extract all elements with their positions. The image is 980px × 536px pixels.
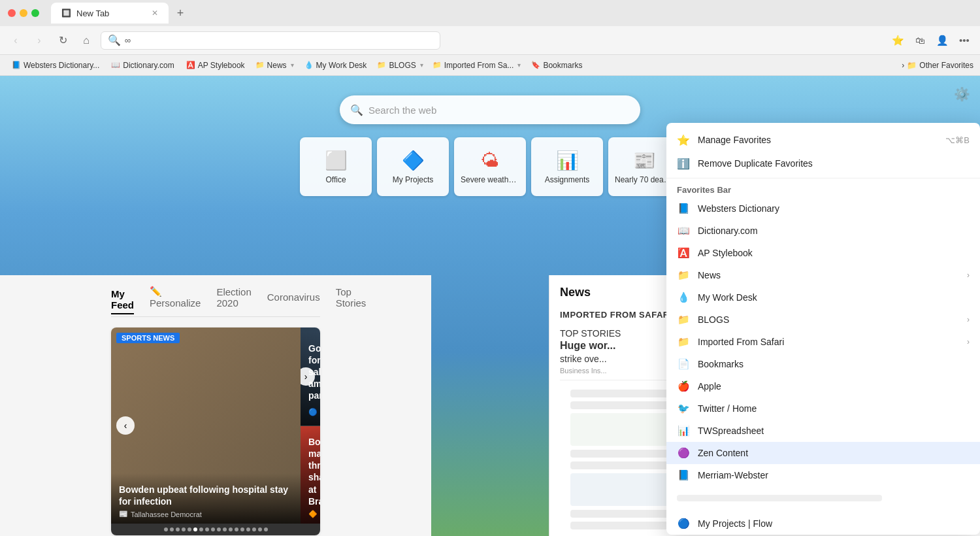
- remove-duplicates-label: Remove Duplicate Favorites: [698, 158, 813, 169]
- fav-news-chevron: ▾: [291, 61, 294, 69]
- dropdown-websters-label: Websters Dictionary: [698, 203, 970, 214]
- favorites-bar: 📘 Websters Dictionary... 📖 Dictionary.co…: [0, 55, 980, 76]
- dropdown-tws-icon: 📊: [677, 424, 690, 437]
- fav-ap[interactable]: 🅰️ AP Stylebook: [181, 59, 250, 71]
- fav-news-icon: 📁: [255, 61, 265, 69]
- fav-blogs-chevron: ▾: [420, 61, 423, 69]
- dropdown-overlay: ⭐ Manage Favorites ⌥⌘B ℹ️ Remove Duplica…: [0, 76, 980, 536]
- fav-websters[interactable]: 📘 Websters Dictionary...: [7, 59, 105, 71]
- dropdown-bottom-blur: [666, 486, 980, 512]
- other-favorites-chevron: ›: [902, 61, 904, 70]
- other-favorites-label: Other Favorites: [919, 61, 973, 70]
- reload-button[interactable]: ↻: [54, 31, 72, 50]
- fav-workdesk-icon: 💧: [304, 61, 314, 69]
- fav-dictionary-icon: 📖: [111, 61, 120, 69]
- dropdown-item-news[interactable]: 📁 News ›: [666, 264, 980, 286]
- remove-duplicates-action[interactable]: ℹ️ Remove Duplicate Favorites: [666, 152, 980, 175]
- fav-blogs-icon: 📁: [377, 61, 386, 69]
- dropdown-top-actions: ⭐ Manage Favorites ⌥⌘B ℹ️ Remove Duplica…: [666, 123, 980, 178]
- dropdown-item-blogs[interactable]: 📁 BLOGS ›: [666, 309, 980, 331]
- traffic-lights: [8, 9, 39, 17]
- dropdown-item-workdesk[interactable]: 💧 My Work Desk: [666, 286, 980, 309]
- fav-blogs-folder[interactable]: 📁 BLOGS ▾: [373, 59, 427, 71]
- dropdown-ap-icon: 🅰️: [677, 246, 690, 260]
- forward-button[interactable]: ›: [30, 31, 48, 50]
- fav-bookmarks-icon: 🔖: [531, 61, 540, 69]
- fav-imported-label: Imported From Sa...: [444, 61, 514, 70]
- minimize-button[interactable]: [20, 9, 27, 17]
- nav-icons-right: ⭐ 🛍 👤 •••: [889, 31, 973, 50]
- fav-websters-icon: 📘: [12, 61, 21, 69]
- dropdown-apple-label: Apple: [698, 381, 970, 392]
- address-search-icon: 🔍: [108, 34, 121, 46]
- maximize-button[interactable]: [31, 9, 39, 17]
- fav-bookmarks[interactable]: 🔖 Bookmarks: [526, 59, 587, 71]
- dropdown-dictionary-icon: 📖: [677, 224, 690, 237]
- dropdown-twitter-icon: 🐦: [677, 402, 690, 415]
- collections-icon[interactable]: 🛍: [911, 31, 929, 50]
- dropdown-item-merriam[interactable]: 📘 Merriam-Webster: [666, 464, 980, 486]
- page-content: ⚙️ 🔍 Search the web ⬜ Office 🔷 My Proj: [0, 76, 980, 536]
- tab-close-icon[interactable]: ✕: [152, 8, 158, 18]
- dropdown-twitter-label: Twitter / Home: [698, 403, 970, 414]
- fav-imported-folder[interactable]: 📁 Imported From Sa... ▾: [429, 59, 525, 71]
- fav-imported-chevron: ▾: [517, 61, 521, 69]
- fav-news-folder[interactable]: 📁 News ▾: [252, 59, 298, 71]
- back-button[interactable]: ‹: [7, 31, 25, 50]
- fav-ap-label: AP Stylebook: [198, 61, 245, 70]
- dropdown-apple-icon: 🍎: [677, 380, 690, 393]
- fav-ap-icon: 🅰️: [186, 61, 195, 69]
- favorites-icon[interactable]: ⭐: [889, 31, 907, 50]
- other-favorites-folder-icon: 📁: [907, 61, 917, 70]
- tab-bar: 🔲 New Tab ✕ +: [51, 3, 972, 24]
- dropdown-item-apple[interactable]: 🍎 Apple: [666, 375, 980, 397]
- dropdown-bookmarks-label: Bookmarks: [698, 359, 970, 369]
- dropdown-myprojects-label: My Projects | Flow: [698, 518, 970, 529]
- dropdown-myprojects-icon: 🔵: [677, 517, 690, 530]
- fav-dictionary-label: Dictionary.com: [123, 61, 174, 70]
- dropdown-item-dictionary[interactable]: 📖 Dictionary.com: [666, 220, 980, 242]
- dropdown-item-zen[interactable]: 🟣 Zen Content: [666, 442, 980, 464]
- profile-icon[interactable]: 👤: [933, 31, 951, 50]
- dropdown-blur-1: [677, 495, 882, 501]
- more-icon[interactable]: •••: [955, 31, 973, 50]
- dropdown-merriam-label: Merriam-Webster: [698, 470, 970, 480]
- dropdown-item-bookmarks[interactable]: 📄 Bookmarks: [666, 353, 980, 375]
- dropdown-imported-chevron: ›: [967, 337, 970, 346]
- dropdown-blogs-icon: 📁: [677, 313, 690, 326]
- dropdown-dictionary-label: Dictionary.com: [698, 226, 970, 236]
- fav-workdesk[interactable]: 💧 My Work Desk: [299, 59, 372, 71]
- manage-favorites-shortcut: ⌥⌘B: [945, 135, 970, 145]
- dropdown-item-twspreadsheet[interactable]: 📊 TWSpreadsheet: [666, 420, 980, 442]
- dropdown-blogs-label: BLOGS: [698, 314, 959, 325]
- other-favorites[interactable]: › 📁 Other Favorites: [902, 61, 973, 70]
- dropdown-zen-icon: 🟣: [677, 446, 690, 460]
- new-tab-button[interactable]: +: [171, 4, 189, 22]
- dropdown-item-websters[interactable]: 📘 Websters Dictionary: [666, 197, 980, 220]
- manage-favorites-icon: ⭐: [677, 133, 690, 146]
- address-text: ∞: [125, 35, 131, 45]
- nav-bar: ‹ › ↻ ⌂ 🔍 ∞ ⭐ 🛍 👤 •••: [0, 26, 980, 55]
- title-bar: 🔲 New Tab ✕ +: [0, 0, 980, 26]
- fav-imported-icon: 📁: [433, 61, 442, 69]
- dropdown-merriam-icon: 📘: [677, 469, 690, 482]
- dropdown-item-twitter[interactable]: 🐦 Twitter / Home: [666, 397, 980, 420]
- dropdown-bookmarks-icon: 📄: [677, 358, 690, 371]
- fav-dictionary[interactable]: 📖 Dictionary.com: [106, 59, 179, 71]
- dropdown-item-myprojects[interactable]: 🔵 My Projects | Flow: [666, 512, 980, 535]
- manage-favorites-label: Manage Favorites: [698, 135, 771, 145]
- dropdown-websters-icon: 📘: [677, 202, 690, 215]
- dropdown-blogs-chevron: ›: [967, 315, 970, 324]
- dropdown-workdesk-icon: 💧: [677, 291, 690, 304]
- remove-duplicates-icon: ℹ️: [677, 157, 690, 170]
- dropdown-zen-label: Zen Content: [698, 448, 970, 458]
- fav-blogs-label: BLOGS: [389, 61, 416, 70]
- close-button[interactable]: [8, 9, 16, 17]
- manage-favorites-action[interactable]: ⭐ Manage Favorites ⌥⌘B: [666, 128, 980, 152]
- active-tab[interactable]: 🔲 New Tab ✕: [51, 3, 169, 24]
- dropdown-imported-label: Imported From Safari: [698, 337, 959, 347]
- home-button[interactable]: ⌂: [77, 31, 95, 50]
- dropdown-item-imported[interactable]: 📁 Imported From Safari ›: [666, 331, 980, 353]
- dropdown-item-ap[interactable]: 🅰️ AP Stylebook: [666, 242, 980, 264]
- address-bar[interactable]: 🔍 ∞: [101, 31, 440, 50]
